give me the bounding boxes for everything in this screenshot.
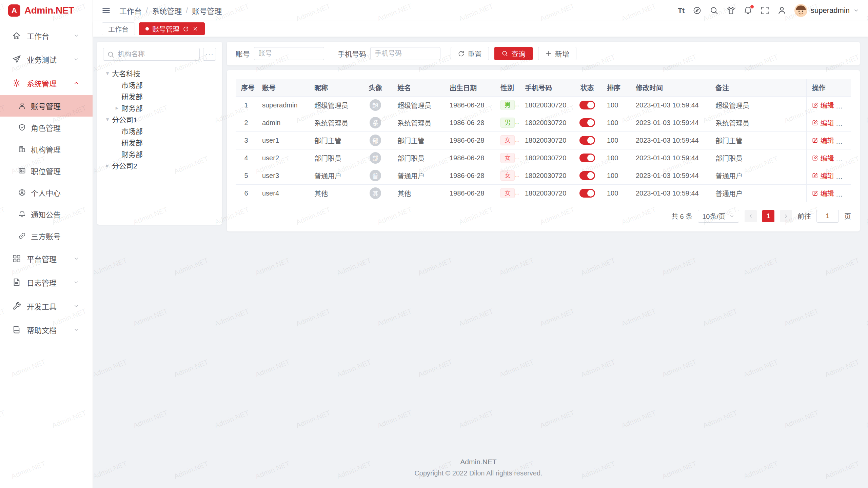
edit-button[interactable]: 编辑 bbox=[812, 153, 834, 163]
cell-status bbox=[573, 96, 601, 114]
caret-down-icon[interactable]: ▾ bbox=[103, 116, 112, 123]
table-row: 3 user1 部门主管 部 部门主管 1986-06-28 bbox=[236, 131, 851, 149]
tree-node[interactable]: 研发部 bbox=[103, 137, 216, 148]
tree-node[interactable]: ▸ 分公司2 bbox=[103, 160, 216, 171]
tree-node[interactable]: ▾ 大名科技 bbox=[103, 67, 216, 79]
edit-button[interactable]: 编辑 bbox=[812, 188, 834, 198]
status-toggle[interactable] bbox=[579, 189, 595, 198]
tree-node[interactable]: 市场部 bbox=[103, 79, 216, 90]
tree-more-button[interactable]: ··· bbox=[203, 48, 216, 61]
tab-workbench[interactable]: 工作台 bbox=[102, 22, 135, 35]
edit-button[interactable]: 编辑 bbox=[812, 100, 834, 110]
status-toggle[interactable] bbox=[579, 171, 595, 180]
sidebar-item-log-mgmt[interactable]: 日志管理 bbox=[0, 270, 93, 294]
sidebar-item-label: 个人中心 bbox=[31, 187, 61, 198]
sidebar-item-third-party-account[interactable]: 三方账号 bbox=[0, 225, 93, 247]
theme-icon[interactable] bbox=[727, 6, 735, 15]
sidebar-item-workbench[interactable]: 工作台 bbox=[0, 24, 93, 47]
more-actions-icon[interactable]: ⋯ bbox=[841, 172, 848, 180]
breadcrumb-item[interactable]: 系统管理 bbox=[152, 5, 182, 16]
phone-filter-input[interactable] bbox=[370, 47, 440, 60]
compass-icon[interactable] bbox=[693, 6, 702, 15]
edit-icon bbox=[812, 120, 818, 126]
caret-right-icon[interactable]: ▸ bbox=[113, 104, 121, 111]
more-actions-icon[interactable]: ⋯ bbox=[841, 190, 848, 198]
text-size-icon[interactable]: Tt bbox=[678, 6, 685, 15]
more-actions-icon[interactable]: ⋯ bbox=[841, 155, 848, 162]
cell-order: 100 bbox=[601, 167, 630, 184]
tree-node[interactable]: 市场部 bbox=[103, 125, 216, 137]
edit-button-label: 编辑 bbox=[821, 136, 834, 145]
sidebar-item-dev-tools[interactable]: 开发工具 bbox=[0, 294, 93, 318]
cell-actions: 编辑 ⋯ bbox=[806, 149, 851, 167]
sidebar-item-notice[interactable]: 通知公告 bbox=[0, 203, 93, 225]
tree-node[interactable]: 研发部 bbox=[103, 90, 216, 102]
tree-node[interactable]: 财务部 bbox=[103, 148, 216, 160]
caret-right-icon[interactable]: ▸ bbox=[103, 162, 112, 169]
tree-node-label: 研发部 bbox=[121, 91, 143, 101]
tree-node-label: 分公司1 bbox=[112, 114, 137, 124]
edit-icon bbox=[812, 155, 818, 161]
logo-icon: A bbox=[8, 4, 20, 17]
sidebar-item-platform-mgmt[interactable]: 平台管理 bbox=[0, 247, 93, 270]
page-size-select[interactable]: 10条/页 bbox=[698, 210, 739, 223]
chevron-right-icon bbox=[783, 213, 789, 219]
next-page-button[interactable] bbox=[780, 210, 792, 222]
breadcrumb-item[interactable]: 工作台 bbox=[119, 5, 142, 16]
sidebar-item-profile-center[interactable]: 个人中心 bbox=[0, 182, 93, 203]
user-icon[interactable] bbox=[777, 6, 786, 15]
more-actions-icon[interactable]: ⋯ bbox=[841, 120, 848, 127]
page-number-current[interactable]: 1 bbox=[762, 210, 774, 222]
col-header-avatar: 头像 bbox=[359, 79, 392, 96]
chevron-down-icon bbox=[73, 56, 79, 62]
sidebar-item-role-mgmt[interactable]: 角色管理 bbox=[0, 117, 93, 138]
status-toggle[interactable] bbox=[579, 136, 595, 145]
tree-node[interactable]: ▾ 分公司1 bbox=[103, 114, 216, 125]
sidebar-item-account-mgmt[interactable]: 账号管理 bbox=[0, 95, 93, 117]
refresh-icon[interactable] bbox=[183, 26, 189, 32]
prev-page-button[interactable] bbox=[745, 210, 757, 222]
sidebar-item-position-mgmt[interactable]: 职位管理 bbox=[0, 160, 93, 182]
edit-button[interactable]: 编辑 bbox=[812, 118, 834, 128]
shield-icon bbox=[18, 124, 26, 131]
cell-nickname: 部门主管 bbox=[309, 131, 359, 149]
status-toggle[interactable] bbox=[579, 154, 595, 162]
more-actions-icon[interactable]: ⋯ bbox=[841, 137, 848, 145]
table-row: 2 admin 系统管理员 系 系统管理员 1986-06-28 bbox=[236, 114, 851, 131]
edit-button[interactable]: 编辑 bbox=[812, 136, 834, 145]
account-filter-input[interactable] bbox=[254, 47, 324, 60]
tab-account-mgmt[interactable]: 账号管理 bbox=[139, 22, 205, 35]
more-actions-icon[interactable]: ⋯ bbox=[841, 102, 848, 109]
sidebar-item-label: 开发工具 bbox=[27, 301, 73, 311]
query-button[interactable]: 查询 bbox=[494, 47, 533, 60]
home-icon bbox=[12, 31, 21, 40]
table-row: 4 user2 部门职员 部 部门职员 1986-06-28 bbox=[236, 149, 851, 167]
notification-icon[interactable] bbox=[744, 6, 752, 15]
close-icon[interactable] bbox=[192, 26, 198, 32]
reset-button[interactable]: 重置 bbox=[451, 47, 489, 60]
cell-birth: 1986-06-28 bbox=[444, 131, 495, 149]
cell-num: 3 bbox=[236, 131, 257, 149]
goto-page-input[interactable] bbox=[816, 210, 839, 223]
sidebar-item-help-docs[interactable]: 帮助文档 bbox=[0, 318, 93, 342]
org-search-input[interactable] bbox=[103, 48, 200, 61]
filter-bar: 账号 手机号码 重置 查询 bbox=[227, 42, 860, 65]
add-button[interactable]: 新增 bbox=[538, 47, 576, 60]
sidebar-item-system-mgmt[interactable]: 系统管理 bbox=[0, 71, 93, 95]
cell-gender: 女 bbox=[495, 184, 519, 202]
status-toggle[interactable] bbox=[579, 118, 595, 127]
hamburger-menu-icon[interactable] bbox=[102, 6, 111, 15]
cell-num: 6 bbox=[236, 184, 257, 202]
user-menu[interactable]: superadmin bbox=[794, 4, 859, 17]
caret-down-icon[interactable]: ▾ bbox=[103, 70, 112, 77]
logo[interactable]: A Admin.NET bbox=[0, 0, 93, 21]
fullscreen-icon[interactable] bbox=[761, 6, 769, 15]
cell-account: user3 bbox=[257, 167, 309, 184]
status-toggle[interactable] bbox=[579, 101, 595, 109]
search-icon[interactable] bbox=[710, 6, 718, 15]
cell-status bbox=[573, 149, 601, 167]
sidebar-item-org-mgmt[interactable]: 机构管理 bbox=[0, 138, 93, 160]
edit-button[interactable]: 编辑 bbox=[812, 171, 834, 181]
sidebar-item-business-test[interactable]: 业务测试 bbox=[0, 47, 93, 71]
tree-node[interactable]: ▸ 财务部 bbox=[103, 102, 216, 114]
